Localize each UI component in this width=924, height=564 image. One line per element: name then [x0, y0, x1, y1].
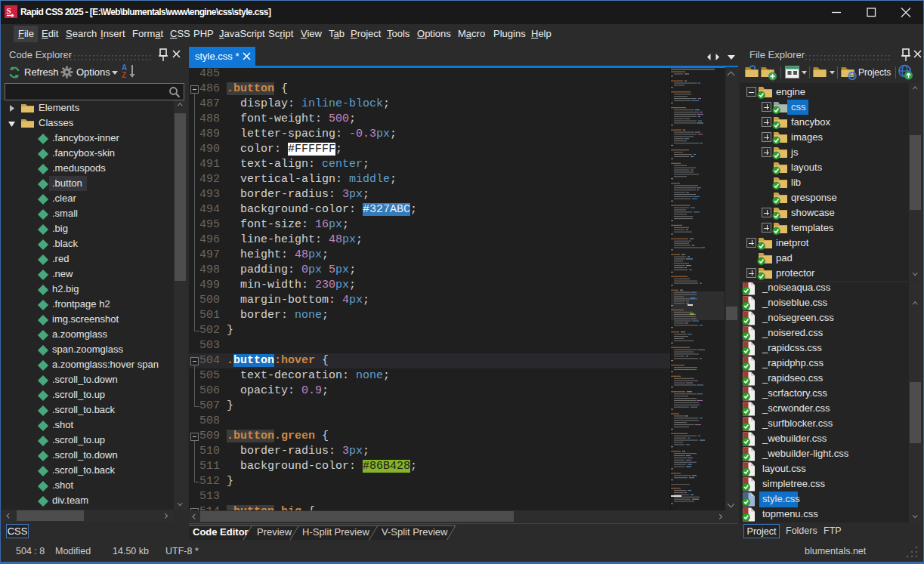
svg-text:H-Split Preview: H-Split Preview: [302, 526, 369, 538]
svg-text:V-Split Preview: V-Split Preview: [382, 526, 448, 538]
svg-text:Z: Z: [122, 71, 126, 79]
svg-text:S: S: [7, 6, 11, 15]
svg-text:Preview: Preview: [257, 526, 292, 538]
svg-text:Code Editor: Code Editor: [193, 526, 249, 538]
